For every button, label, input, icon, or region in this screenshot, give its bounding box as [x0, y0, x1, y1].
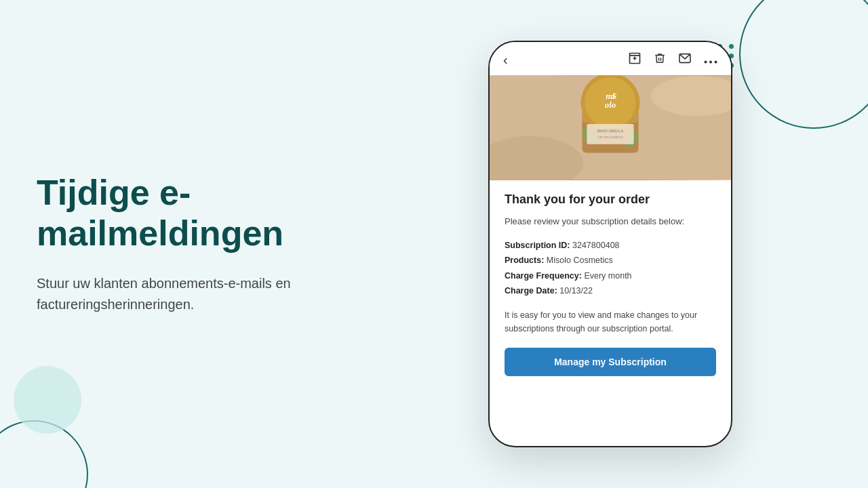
charge-frequency-value: Every month — [584, 271, 631, 281]
email-content: Thank you for your order Please review y… — [490, 180, 731, 446]
svg-point-4 — [715, 61, 717, 64]
sub-description: Stuur uw klanten abonnements-e-mails en … — [37, 273, 362, 315]
charge-date-value: 10/13/22 — [559, 286, 593, 296]
decorative-blob-left — [14, 366, 81, 434]
main-heading: Tijdige e-mailmeldingen — [37, 173, 389, 254]
svg-rect-0 — [630, 54, 640, 56]
products-value: Misolo Cosmetics — [547, 256, 613, 265]
svg-text:olo: olo — [605, 100, 616, 110]
phone-mockup: ‹ — [488, 41, 732, 447]
subscription-id-label: Subscription ID: — [505, 241, 570, 250]
subscription-id-row: Subscription ID: 3247800408 — [505, 238, 716, 253]
toolbar-icons — [628, 52, 717, 68]
charge-frequency-row: Charge Frequency: Every month — [505, 268, 716, 284]
svg-point-2 — [705, 61, 707, 64]
back-button[interactable]: ‹ — [503, 52, 508, 68]
charge-frequency-label: Charge Frequency: — [505, 271, 582, 281]
delete-icon[interactable] — [654, 52, 666, 68]
subscription-id-value: 3247800408 — [572, 241, 620, 250]
products-row: Products: Misolo Cosmetics — [505, 253, 716, 268]
subscription-details: Subscription ID: 3247800408 Products: Mi… — [505, 238, 716, 299]
products-label: Products: — [505, 256, 544, 265]
product-image: mi S olo MASCARILLA LIP TREATMENT — [490, 75, 731, 180]
svg-text:LIP TREATMENT: LIP TREATMENT — [597, 136, 623, 139]
decorative-circle-top-right — [739, 0, 868, 129]
email-title: Thank you for your order — [505, 192, 716, 207]
phone-frame: ‹ — [488, 41, 732, 447]
manage-subscription-button[interactable]: Manage my Subscription — [505, 348, 716, 376]
archive-icon[interactable] — [628, 52, 642, 68]
email-intro: Please review your subscription details … — [505, 215, 716, 228]
charge-date-label: Charge Date: — [505, 286, 557, 296]
svg-point-3 — [709, 61, 712, 64]
more-icon[interactable] — [704, 53, 717, 67]
mail-icon[interactable] — [678, 53, 692, 67]
email-body-text: It is easy for you to view and make chan… — [505, 308, 716, 336]
left-section: Tijdige e-mailmeldingen Stuur uw klanten… — [37, 173, 389, 315]
charge-date-row: Charge Date: 10/13/22 — [505, 283, 716, 299]
phone-toolbar: ‹ — [490, 42, 731, 75]
svg-rect-17 — [587, 124, 633, 144]
svg-text:MASCARILLA: MASCARILLA — [597, 129, 624, 133]
